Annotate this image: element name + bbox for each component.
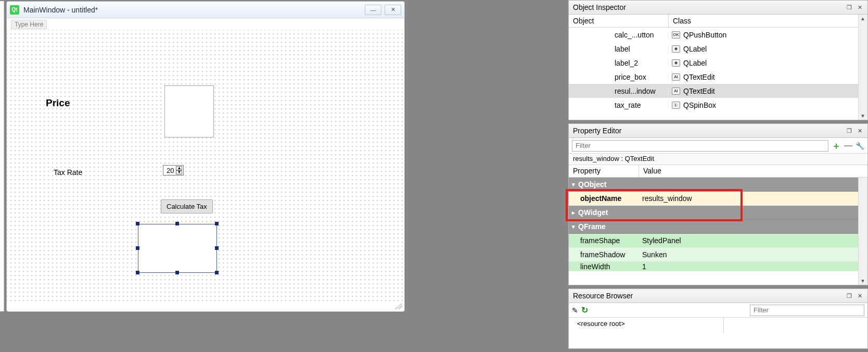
chevron-right-icon: ▸ [572,209,575,216]
float-panel-icon[interactable]: ❐ [846,128,853,134]
resize-handle[interactable] [215,222,219,225]
property-row[interactable]: frameShape StyledPanel [569,234,867,248]
label-icon: ◈ [672,45,680,53]
property-name-cell: objectName [569,194,639,203]
results-window-widget[interactable] [138,224,217,273]
minimize-button[interactable]: — [365,5,381,15]
close-panel-icon[interactable]: ✕ [856,293,863,299]
property-grid[interactable]: ▾ QObject objectName results_window ▸ QW… [569,178,867,285]
label-icon: ◈ [672,59,680,67]
pushbutton-icon: OK [672,31,680,39]
resize-handle[interactable] [175,222,179,225]
close-panel-icon[interactable]: ✕ [856,128,863,134]
object-tree[interactable]: calc_...utton OKQPushButton label ◈QLabe… [569,28,867,120]
vertical-scrollbar[interactable] [858,15,867,120]
resource-filter-input[interactable] [750,305,864,316]
property-value-cell[interactable]: 1 [639,262,867,271]
reload-icon[interactable]: ↻ [581,305,588,315]
spin-down-icon[interactable]: ▼ [176,170,182,174]
resource-browser-header[interactable]: Resource Browser ❐ ✕ [569,289,867,303]
left-gutter [0,1,4,311]
add-property-icon[interactable]: ＋ [832,140,841,152]
resize-handle[interactable] [215,246,219,250]
menubar[interactable]: Type Here [7,18,404,30]
resize-handle[interactable] [136,271,139,274]
resize-handle[interactable] [215,271,219,274]
selected-object-line: results_window : QTextEdit [569,154,867,165]
class-name-cell: QLabel [683,45,707,53]
price-box-widget[interactable] [164,85,214,137]
tree-row[interactable]: label ◈QLabel [569,42,867,56]
configure-icon[interactable]: 🔧 [856,142,864,150]
col-object[interactable]: Object [569,15,669,27]
float-panel-icon[interactable]: ❐ [846,4,853,11]
tree-row[interactable]: price_box AIQTextEdit [569,70,867,84]
label-tax-rate[interactable]: Tax Rate [54,168,82,177]
object-name-cell: label [569,45,669,53]
resource-toolbar: ✎ ↻ [569,303,867,318]
window-titlebar[interactable]: Qt MainWindow - untitled* — ✕ [7,2,404,18]
right-dock: Object Inspector ❐ ✕ Object Class calc_.… [565,0,868,352]
resize-handle[interactable] [136,246,139,250]
resource-body: <resource root> [569,318,867,333]
group-label: QWidget [578,208,608,217]
property-row-objectname[interactable]: objectName results_window [569,192,867,206]
property-group-qwidget[interactable]: ▸ QWidget [569,206,867,220]
property-value-cell[interactable]: Sunken [639,250,867,259]
property-group-qframe[interactable]: ▾ QFrame [569,220,867,234]
property-name-cell: frameShape [569,236,639,245]
property-value-cell[interactable]: results_window [639,194,867,203]
calculate-tax-button[interactable]: Calculate Tax [161,199,213,213]
col-class[interactable]: Class [669,15,867,27]
window-resize-grip[interactable] [395,302,402,309]
property-row[interactable]: lineWidth 1 [569,262,867,271]
tree-header: Object Class [569,15,867,28]
spinbox-icon: 1: [672,102,680,109]
property-toolbar: ＋ — 🔧 [569,138,867,154]
remove-property-icon[interactable]: — [844,141,852,150]
tree-row[interactable]: calc_...utton OKQPushButton [569,28,867,42]
property-group-qobject[interactable]: ▾ QObject [569,178,867,192]
resize-handle[interactable] [136,222,139,225]
textedit-icon: AI [672,73,680,81]
resource-preview [724,318,868,333]
float-panel-icon[interactable]: ❐ [846,293,853,299]
property-name-cell: frameShadow [569,250,639,259]
class-name-cell: QTextEdit [683,87,715,95]
edit-resources-icon[interactable]: ✎ [572,306,578,315]
resource-browser-panel: Resource Browser ❐ ✕ ✎ ↻ <resource root> [568,288,868,349]
object-name-cell: calc_...utton [569,31,669,39]
property-filter-input[interactable] [572,140,828,152]
resource-root-item[interactable]: <resource root> [569,318,724,333]
vertical-scrollbar[interactable] [858,178,867,285]
col-value[interactable]: Value [639,165,867,177]
property-value-cell[interactable]: StyledPanel [639,236,867,245]
label-price[interactable]: Price [46,97,70,109]
type-here-placeholder[interactable]: Type Here [11,20,47,29]
panel-title: Property Editor [573,127,621,135]
chevron-down-icon: ▾ [572,181,575,188]
object-name-cell: price_box [569,73,669,81]
object-name-cell: tax_rate [569,101,669,109]
class-name-cell: QSpinBox [683,101,716,109]
object-inspector-panel: Object Inspector ❐ ✕ Object Class calc_.… [568,0,868,120]
window-title: MainWindow - untitled* [23,6,365,14]
close-panel-icon[interactable]: ✕ [856,4,863,11]
close-button[interactable]: ✕ [385,5,401,15]
chevron-down-icon: ▾ [572,223,575,230]
tax-rate-spinbox[interactable]: 20 ▲ ▼ [163,165,184,175]
class-name-cell: QLabel [683,59,707,67]
object-inspector-header[interactable]: Object Inspector ❐ ✕ [569,1,867,15]
textedit-icon: AI [672,87,680,95]
tree-row[interactable]: label_2 ◈QLabel [569,56,867,70]
tree-row[interactable]: tax_rate 1:QSpinBox [569,98,867,112]
resize-handle[interactable] [175,271,179,274]
form-canvas[interactable]: Price Tax Rate 20 ▲ ▼ Calculate Tax [7,30,404,302]
qt-logo-icon: Qt [10,5,19,15]
tax-rate-value: 20 [164,167,176,174]
tree-row-selected[interactable]: resul...indow AIQTextEdit [569,84,867,98]
property-editor-header[interactable]: Property Editor ❐ ✕ [569,124,867,138]
col-property[interactable]: Property [569,165,639,177]
property-row[interactable]: frameShadow Sunken [569,248,867,262]
design-window: Qt MainWindow - untitled* — ✕ Type Here … [6,1,405,312]
